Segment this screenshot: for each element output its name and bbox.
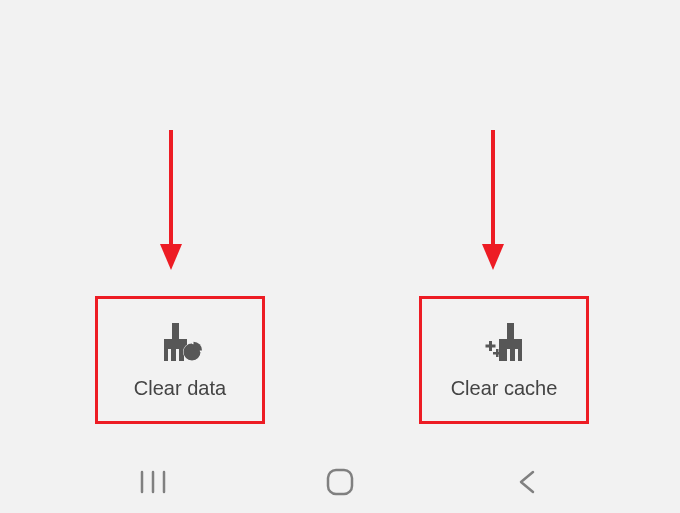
home-icon <box>325 467 355 497</box>
annotation-arrow-right <box>478 130 508 270</box>
back-button[interactable] <box>507 462 547 502</box>
clear-cache-icon <box>480 321 528 365</box>
recents-button[interactable] <box>133 462 173 502</box>
svg-rect-7 <box>486 344 496 347</box>
svg-rect-11 <box>499 349 502 361</box>
clear-cache-button[interactable]: Clear cache <box>419 296 589 424</box>
clear-data-button[interactable]: Clear data <box>95 296 265 424</box>
recents-icon <box>139 470 167 494</box>
clear-data-label: Clear data <box>134 377 226 400</box>
svg-marker-1 <box>160 244 182 270</box>
back-icon <box>517 469 537 495</box>
annotation-arrow-left <box>156 130 186 270</box>
svg-marker-3 <box>482 244 504 270</box>
svg-rect-4 <box>172 323 179 339</box>
clear-data-icon <box>156 321 204 365</box>
clear-cache-label: Clear cache <box>451 377 558 400</box>
home-button[interactable] <box>320 462 360 502</box>
navigation-bar <box>0 451 680 513</box>
svg-rect-15 <box>328 470 352 494</box>
svg-rect-10 <box>507 323 514 339</box>
